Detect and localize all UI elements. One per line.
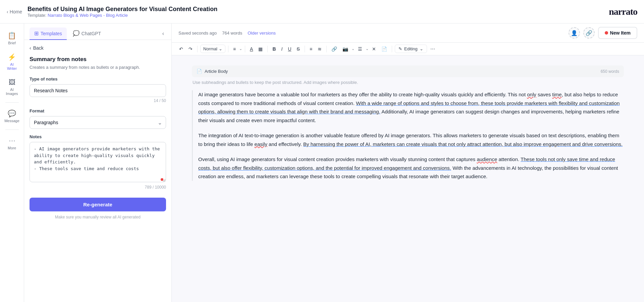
table-chevron-icon: ⌄ <box>366 47 369 51</box>
toolbar-divider-6 <box>326 46 327 52</box>
align-button[interactable]: ≡ <box>231 45 238 53</box>
undo-button[interactable]: ↶ <box>177 45 185 53</box>
notes-max-chars: 10000 <box>155 185 166 190</box>
back-home-link[interactable]: ‹ Home <box>7 9 22 14</box>
older-versions-link[interactable]: Older versions <box>248 31 276 36</box>
nav-label-more: More <box>8 146 16 150</box>
format-label: Format <box>30 108 166 113</box>
template-label: Template: <box>28 13 46 18</box>
table-button[interactable]: ☰ <box>356 45 364 53</box>
clear-format-button[interactable]: ✕ <box>370 45 378 53</box>
bold-button[interactable]: B <box>270 45 278 53</box>
strikethrough-button[interactable]: S <box>295 45 302 53</box>
ordered-list-button[interactable]: ≋ <box>316 45 324 53</box>
collapse-sidebar-button[interactable]: ‹ <box>160 29 166 39</box>
editor-word-count: 650 words <box>601 69 619 74</box>
bullet-list-button[interactable]: ≡ <box>308 45 314 53</box>
sidebar-item-ai-writer[interactable]: ⚡ AI Writer <box>2 50 22 73</box>
more-options-button[interactable]: ⋯ <box>428 45 437 53</box>
disclaimer-text: Make sure you manually review all AI gen… <box>30 215 166 219</box>
nav-label-ai-images: AI Images <box>6 88 18 96</box>
image-chevron-icon: ⌄ <box>352 47 355 51</box>
template-link[interactable]: Narrato Blogs & Web Pages - Blog Article <box>48 13 128 18</box>
notes-textarea[interactable]: - AI image generators provide marketers … <box>30 142 166 182</box>
redo-button[interactable]: ↷ <box>186 45 195 53</box>
type-label: Type of notes <box>30 77 166 82</box>
chatgpt-tab-icon: 💭 <box>73 30 79 37</box>
tab-templates[interactable]: ⊞ Templates <box>30 28 67 40</box>
toolbar-divider-3 <box>245 46 245 52</box>
type-char-count: 14 / 50 <box>30 98 166 103</box>
page-title: Benefits of Using AI Image Generators fo… <box>28 6 217 13</box>
saved-text: Saved seconds ago <box>178 31 217 36</box>
back-to-templates-link[interactable]: ‹ Back <box>30 45 166 51</box>
article-body[interactable]: AI image generators have become a valuab… <box>192 90 624 181</box>
image-button[interactable]: 📷 <box>340 45 350 53</box>
type-current-chars: 14 <box>154 98 158 103</box>
format-select[interactable]: Paragraphs Bullets <box>30 116 166 129</box>
editing-mode-button[interactable]: ✎ Editing ⌄ <box>395 45 427 53</box>
tab-chatgpt[interactable]: 💭 ChatGPT <box>68 28 106 40</box>
nav-divider <box>5 102 19 103</box>
top-header: ‹ Home Benefits of Using AI Image Genera… <box>0 0 644 23</box>
underline-button[interactable]: U <box>286 45 293 53</box>
textarea-status-dot <box>161 178 163 181</box>
templates-tab-label: Templates <box>41 31 62 36</box>
section-label-left: 📄 Article Body <box>197 69 228 74</box>
text-color-button[interactable]: A <box>248 45 255 53</box>
main-layout: 📋 Brief ⚡ AI Writer 🖼 AI Images 💬 Messag… <box>0 23 644 302</box>
new-item-button[interactable]: New Item <box>598 27 637 39</box>
editor-toolbar: ↶ ↷ Normal ⌄ ≡ ⌄ A ▦ B I U S ≡ ≋ 🔗 📷 ⌄ <box>172 43 644 55</box>
editor-content[interactable]: 📄 Article Body 650 words Use subheadings… <box>172 55 644 302</box>
article-hint: Use subheadings and bullets to keep the … <box>192 80 624 85</box>
style-chevron-icon: ⌄ <box>219 46 222 51</box>
page-subtitle: Template: Narrato Blogs & Web Pages - Bl… <box>28 13 217 18</box>
editor-topbar-left: Saved seconds ago 764 words Older versio… <box>178 31 276 36</box>
highlight-button[interactable]: ▦ <box>256 45 265 53</box>
sidebar-item-brief[interactable]: 📋 Brief <box>2 29 22 48</box>
sidebar-content: ‹ Back Summary from notes Creates a summ… <box>24 40 171 302</box>
template-title: Summary from notes <box>30 56 166 63</box>
toolbar-divider-7 <box>392 46 392 52</box>
link-button[interactable]: 🔗 <box>329 45 339 53</box>
notes-current-chars: 789 <box>145 185 152 190</box>
article-section-label: 📄 Article Body 650 words <box>192 65 624 77</box>
code-button[interactable]: 📄 <box>379 45 389 53</box>
sidebar-item-ai-images[interactable]: 🖼 AI Images <box>2 76 22 98</box>
editor-area: Saved seconds ago 764 words Older versio… <box>172 23 644 302</box>
chatgpt-tab-label: ChatGPT <box>82 31 101 36</box>
new-item-label: New Item <box>610 30 631 36</box>
style-label: Normal <box>203 46 217 51</box>
format-group: Format Paragraphs Bullets ⌄ <box>30 108 166 129</box>
avatar-button[interactable]: 👤 <box>569 27 580 39</box>
nav-label-brief: Brief <box>8 41 16 45</box>
paragraph-style-select[interactable]: Normal ⌄ <box>200 45 225 53</box>
type-of-notes-input[interactable] <box>30 84 166 97</box>
notes-textarea-wrapper: - AI image generators provide marketers … <box>30 142 166 184</box>
home-label: Home <box>10 9 22 14</box>
paragraph-2: The integration of AI text-to-image gene… <box>198 131 624 148</box>
regenerate-button[interactable]: Re-generate <box>30 198 166 211</box>
sidebar-item-message[interactable]: 💬 Message <box>2 107 22 125</box>
paragraph-1: AI image generators have become a valuab… <box>198 90 624 124</box>
share-icon: 🔗 <box>586 30 592 36</box>
italic-button[interactable]: I <box>279 45 285 53</box>
chevron-left-icon: ‹ <box>7 9 8 14</box>
nav-label-message: Message <box>4 119 19 123</box>
editor-topbar: Saved seconds ago 764 words Older versio… <box>172 23 644 43</box>
editor-topbar-right: 👤 🔗 New Item <box>569 27 637 39</box>
notes-label: Notes <box>30 134 166 139</box>
toolbar-divider-1 <box>197 46 198 52</box>
notes-char-count: 789 / 10000 <box>30 185 166 190</box>
share-button[interactable]: 🔗 <box>583 27 595 39</box>
toolbar-divider-5 <box>305 46 305 52</box>
editing-chevron-icon: ⌄ <box>420 46 423 51</box>
sidebar-item-more[interactable]: ⋯ More <box>2 134 22 153</box>
notes-group: Notes - AI image generators provide mark… <box>30 134 166 190</box>
section-label-text: Article Body <box>205 69 228 74</box>
sidebar-panel: ⊞ Templates 💭 ChatGPT ‹ ‹ Back Summary f… <box>24 23 172 302</box>
article-body-icon: 📄 <box>197 69 202 74</box>
new-item-dot <box>605 31 608 35</box>
ai-writer-icon: ⚡ <box>8 53 16 61</box>
template-description: Creates a summary from notes as bullets … <box>30 65 166 70</box>
